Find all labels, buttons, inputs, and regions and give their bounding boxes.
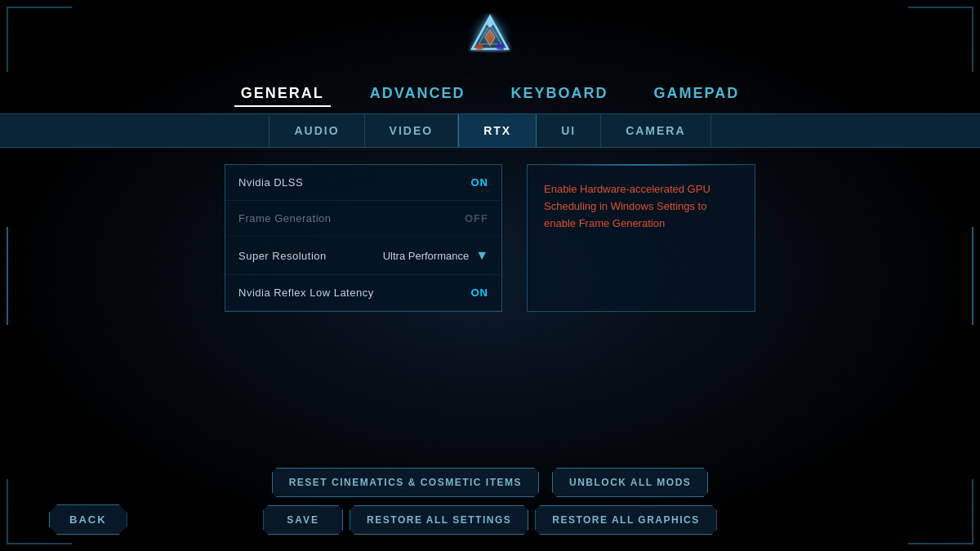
info-panel: Enable Hardware-accelerated GPU Scheduli… xyxy=(527,164,755,312)
save-button[interactable]: SAVE xyxy=(263,505,343,535)
setting-value-reflex: ON xyxy=(471,287,489,299)
sub-nav: AUDIO VIDEO RTX UI CAMERA xyxy=(0,113,980,148)
setting-label-frame-generation: Frame Generation xyxy=(238,212,332,224)
setting-label-nvidia-dlss: Nvidia DLSS xyxy=(238,176,303,189)
sub-nav-item-ui[interactable]: UI xyxy=(537,114,601,147)
setting-label-reflex: Nvidia Reflex Low Latency xyxy=(238,287,374,299)
settings-panel: Nvidia DLSS ON Frame Generation OFF Supe… xyxy=(225,164,502,312)
setting-row-frame-generation: Frame Generation OFF xyxy=(225,201,501,237)
content-area: Nvidia DLSS ON Frame Generation OFF Supe… xyxy=(0,148,980,328)
restore-settings-button[interactable]: RESTORE ALL SETTINGS xyxy=(350,505,528,535)
info-panel-text: Enable Hardware-accelerated GPU Scheduli… xyxy=(544,181,738,232)
main-nav-item-advanced[interactable]: ADVANCED xyxy=(363,82,472,107)
ark-logo xyxy=(457,10,523,75)
main-nav-item-general[interactable]: GENERAL xyxy=(234,82,331,107)
bottom-area: RESET CINEMATICS & COSMETIC ITEMS UNBLOC… xyxy=(0,460,980,551)
unblock-mods-button[interactable]: UNBLOCK ALL MODS xyxy=(552,468,708,497)
main-nav-item-keyboard[interactable]: KEYBOARD xyxy=(505,82,615,107)
sub-nav-item-rtx[interactable]: RTX xyxy=(458,114,537,147)
super-resolution-value: Ultra Performance xyxy=(383,250,469,262)
reset-cinematics-button[interactable]: RESET CINEMATICS & COSMETIC ITEMS xyxy=(272,468,539,497)
restore-graphics-button[interactable]: RESTORE ALL GRAPHICS xyxy=(535,505,716,535)
logo-area xyxy=(0,0,980,75)
setting-row-super-resolution[interactable]: Super Resolution Ultra Performance ▼ xyxy=(225,237,501,275)
setting-value-nvidia-dlss: ON xyxy=(471,176,489,189)
setting-row-reflex[interactable]: Nvidia Reflex Low Latency ON xyxy=(225,275,501,311)
sub-nav-item-video[interactable]: VIDEO xyxy=(365,114,459,147)
dropdown-arrow-icon: ▼ xyxy=(475,248,488,263)
main-nav: GENERAL ADVANCED KEYBOARD GAMEPAD xyxy=(0,82,980,113)
setting-value-frame-generation: OFF xyxy=(465,212,488,224)
sub-nav-item-camera[interactable]: CAMERA xyxy=(601,114,710,147)
main-nav-item-gamepad[interactable]: GAMEPAD xyxy=(648,82,746,107)
setting-row-nvidia-dlss[interactable]: Nvidia DLSS ON xyxy=(225,165,501,201)
setting-label-super-resolution: Super Resolution xyxy=(238,250,327,262)
sub-nav-item-audio[interactable]: AUDIO xyxy=(269,114,364,147)
back-button[interactable]: BACK xyxy=(49,504,127,535)
bottom-row-1: RESET CINEMATICS & COSMETIC ITEMS UNBLOC… xyxy=(272,468,709,497)
setting-dropdown-super-resolution[interactable]: Ultra Performance ▼ xyxy=(383,248,488,263)
bottom-row-2: SAVE RESTORE ALL SETTINGS RESTORE ALL GR… xyxy=(263,505,716,535)
